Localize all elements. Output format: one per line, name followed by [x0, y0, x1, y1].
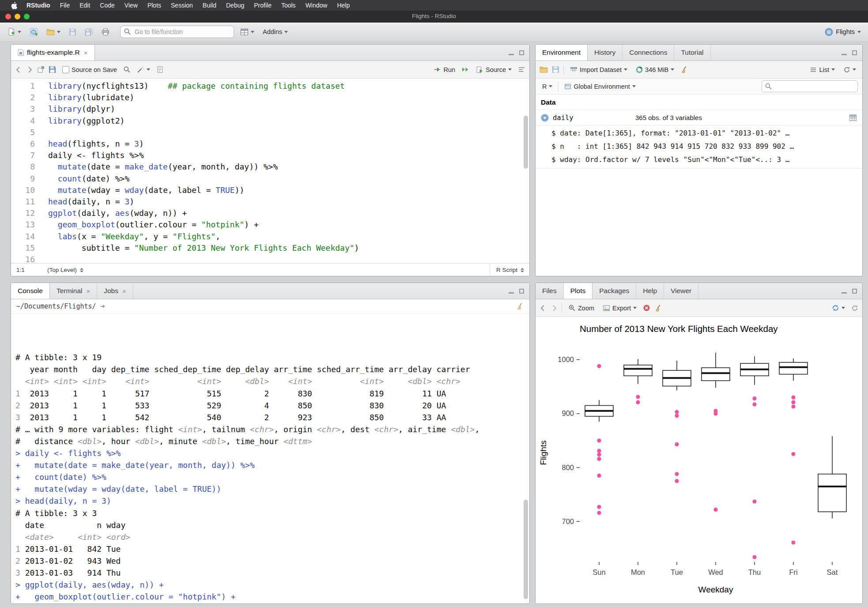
view-data-icon[interactable]	[849, 114, 857, 121]
tab-tutorial[interactable]: Tutorial	[674, 45, 710, 60]
code-line: daily <- flights %>%	[48, 150, 529, 161]
tab-jobs[interactable]: Jobs×	[97, 283, 133, 299]
console-output[interactable]: # A tibble: 3 x 19 year month day dep_ti…	[11, 314, 529, 604]
menu-window[interactable]: Window	[301, 0, 332, 11]
remove-plot-icon[interactable]	[643, 304, 650, 312]
maximize-pane-icon[interactable]	[519, 283, 524, 299]
menu-session[interactable]: Session	[166, 0, 198, 11]
outlier-point	[597, 474, 601, 478]
minimize-pane-icon[interactable]	[842, 283, 847, 299]
import-dataset-button[interactable]: Import Dataset	[568, 65, 630, 75]
outlier-point	[636, 400, 640, 404]
menu-tools[interactable]: Tools	[276, 0, 301, 11]
find-replace-icon[interactable]	[123, 66, 131, 73]
minimize-pane-icon[interactable]	[509, 283, 514, 299]
console-scrollbar[interactable]	[524, 500, 528, 599]
menu-build[interactable]: Build	[198, 0, 221, 11]
close-icon[interactable]: ×	[86, 287, 90, 295]
chevron-down-icon	[251, 31, 254, 33]
export-button[interactable]: Export	[600, 303, 639, 313]
file-type-selector[interactable]: R Script	[490, 264, 524, 276]
close-icon[interactable]: ×	[122, 287, 126, 295]
maximize-pane-icon[interactable]	[519, 45, 524, 60]
zoom-button[interactable]: Zoom	[566, 303, 596, 313]
tab-history[interactable]: History	[588, 45, 623, 60]
editor-scrollbar[interactable]	[524, 116, 528, 169]
pane-window-controls	[509, 45, 529, 60]
collapse-object-icon[interactable]	[541, 114, 549, 122]
language-selector[interactable]: R	[540, 82, 555, 91]
minimize-pane-icon[interactable]	[842, 45, 847, 60]
window-title: Flights - RStudio	[0, 11, 868, 22]
menu-code[interactable]: Code	[95, 0, 119, 11]
new-file-button[interactable]	[5, 26, 23, 37]
menu-debug[interactable]: Debug	[221, 0, 249, 11]
tab-plots[interactable]: Plots	[564, 283, 593, 299]
console-line: + mutate(wday = wday(date, label = TRUE)…	[15, 483, 529, 495]
menu-profile[interactable]: Profile	[249, 0, 276, 11]
load-workspace-icon[interactable]	[540, 66, 548, 73]
pane-layout-button[interactable]	[238, 27, 257, 37]
save-workspace-icon[interactable]	[552, 66, 559, 73]
compile-report-icon[interactable]	[156, 66, 164, 73]
tab-help[interactable]: Help	[636, 283, 664, 299]
apple-menu[interactable]	[6, 2, 22, 9]
document-outline-icon[interactable]	[518, 66, 525, 73]
publish-button[interactable]	[830, 303, 847, 313]
menu-view[interactable]: View	[120, 0, 143, 11]
new-file-icon	[8, 28, 15, 36]
menu-rstudio[interactable]: RStudio	[22, 0, 55, 11]
maximize-pane-icon[interactable]	[852, 283, 857, 299]
tab-files[interactable]: Files	[536, 283, 564, 299]
refresh-environment-button[interactable]	[841, 65, 858, 75]
run-button[interactable]: Run	[431, 65, 457, 75]
environment-search-input[interactable]	[762, 80, 858, 92]
save-all-button[interactable]	[83, 27, 95, 37]
project-selector[interactable]: R Flights	[825, 28, 863, 36]
goto-file-input[interactable]	[120, 26, 234, 38]
goto-directory-icon[interactable]	[100, 303, 106, 309]
print-button[interactable]	[99, 27, 112, 37]
clear-console-icon[interactable]	[516, 302, 524, 310]
tab-flights-example[interactable]: R flights-example.R ×	[11, 45, 95, 60]
tab-packages[interactable]: Packages	[593, 283, 636, 299]
scope-selector[interactable]: (Top Level)	[47, 267, 83, 273]
next-plot-icon[interactable]	[551, 305, 558, 312]
refresh-plot-icon[interactable]	[851, 305, 858, 312]
tab-viewer[interactable]: Viewer	[664, 283, 698, 299]
new-project-button[interactable]: R	[27, 26, 40, 38]
tab-connections[interactable]: Connections	[623, 45, 674, 60]
source-button[interactable]: Source	[474, 65, 514, 75]
maximize-pane-icon[interactable]	[852, 45, 857, 60]
menu-help[interactable]: Help	[332, 0, 355, 11]
code-editor[interactable]: 12345678910111213141516 library(nycfligh…	[11, 79, 529, 263]
tab-terminal[interactable]: Terminal×	[50, 283, 97, 299]
menu-plots[interactable]: Plots	[143, 0, 166, 11]
memory-usage-button[interactable]: 346 MiB	[634, 65, 676, 75]
minimize-pane-icon[interactable]	[509, 45, 514, 60]
environment-selector[interactable]: Global Environment	[562, 82, 638, 91]
forward-icon[interactable]	[26, 66, 33, 73]
environment-scope-bar: R Global Environment	[536, 79, 862, 94]
code-tools-button[interactable]	[135, 64, 152, 75]
open-file-button[interactable]	[44, 27, 63, 37]
tab-environment[interactable]: Environment	[536, 45, 588, 60]
menu-file[interactable]: File	[55, 0, 75, 11]
source-on-save-toggle[interactable]: Source on Save	[60, 65, 119, 75]
line-number: 12	[11, 207, 35, 219]
popout-icon[interactable]	[37, 66, 45, 73]
menu-edit[interactable]: Edit	[75, 0, 95, 11]
back-icon[interactable]	[15, 66, 22, 73]
previous-plot-icon[interactable]	[540, 305, 547, 312]
save-button[interactable]	[67, 27, 79, 37]
rerun-icon[interactable]	[461, 66, 470, 73]
list-view-button[interactable]: List	[808, 65, 837, 75]
clear-plots-icon[interactable]	[654, 304, 662, 312]
addins-button[interactable]: Addins	[260, 27, 290, 37]
close-icon[interactable]: ×	[84, 49, 88, 57]
source-on-save-checkbox[interactable]	[62, 66, 69, 73]
clear-environment-icon[interactable]	[680, 66, 688, 74]
save-icon[interactable]	[49, 66, 56, 73]
environment-object-row[interactable]: daily 365 obs. of 3 variables	[536, 109, 862, 126]
tab-console[interactable]: Console	[11, 283, 50, 299]
